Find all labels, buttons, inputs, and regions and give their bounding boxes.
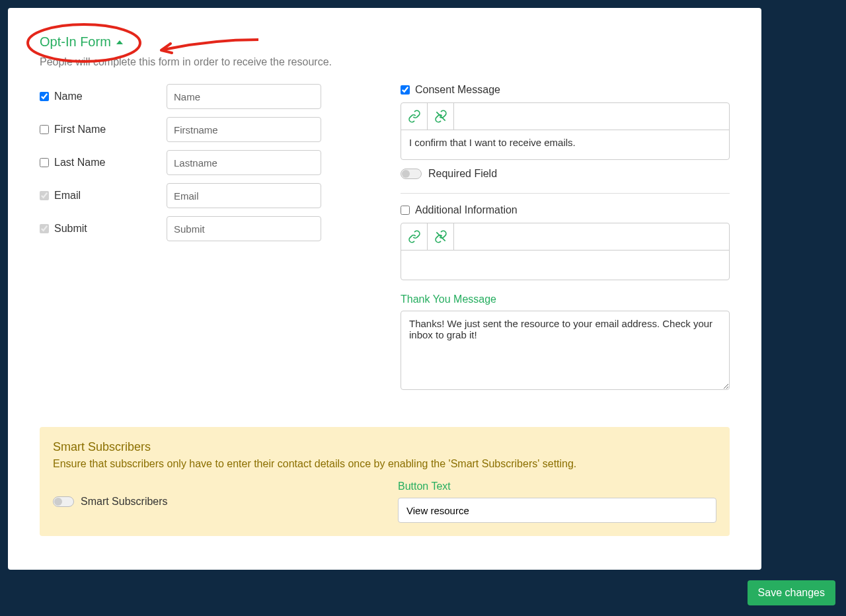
submit-label: Submit (54, 223, 87, 235)
link-icon[interactable] (401, 223, 428, 250)
email-checkbox (40, 191, 49, 200)
consent-checkbox[interactable] (401, 85, 410, 95)
required-label: Required Field (428, 168, 497, 180)
smart-toggle-label: Smart Subscribers (81, 496, 168, 508)
consent-label: Consent Message (415, 84, 500, 96)
email-label: Email (54, 190, 81, 202)
smart-description: Ensure that subscribers only have to ent… (53, 458, 716, 470)
link-icon[interactable] (401, 103, 428, 130)
field-row-lastname: Last Name (40, 150, 369, 175)
thankyou-textarea[interactable] (401, 311, 730, 390)
additional-block: Additional Information (401, 204, 730, 280)
firstname-input[interactable] (167, 117, 321, 142)
save-button[interactable]: Save changes (748, 580, 835, 605)
annotation-arrow (156, 37, 262, 57)
field-row-name: Name (40, 84, 369, 109)
button-text-label: Button Text (398, 481, 716, 492)
lastname-input[interactable] (167, 150, 321, 175)
consent-editor: I confirm that I want to receive emails. (401, 102, 730, 160)
settings-panel: Opt-In Form People will complete this fo… (8, 8, 761, 570)
thankyou-block: Thank You Message (401, 293, 730, 393)
section-description: People will complete this form in order … (40, 56, 730, 68)
submit-input[interactable] (167, 216, 321, 241)
divider (401, 193, 730, 194)
additional-label: Additional Information (415, 204, 518, 216)
smart-subscribers-box: Smart Subscribers Ensure that subscriber… (40, 427, 730, 536)
unlink-icon[interactable] (428, 223, 454, 250)
field-row-firstname: First Name (40, 117, 369, 142)
button-text-input[interactable] (398, 498, 716, 523)
name-input[interactable] (167, 84, 321, 109)
additional-checkbox[interactable] (401, 206, 410, 215)
required-toggle[interactable] (401, 169, 422, 179)
lastname-label: Last Name (54, 157, 105, 169)
chevron-up-icon (116, 40, 123, 44)
firstname-label: First Name (54, 124, 106, 135)
firstname-checkbox[interactable] (40, 125, 49, 134)
fields-column: Name First Name Last Name (40, 84, 369, 406)
consent-block: Consent Message I confirm that I want to… (401, 84, 730, 180)
additional-text[interactable] (401, 250, 729, 280)
name-label: Name (54, 91, 83, 102)
messages-column: Consent Message I confirm that I want to… (401, 84, 730, 406)
thankyou-label: Thank You Message (401, 293, 730, 305)
section-toggle[interactable]: Opt-In Form (40, 34, 123, 50)
section-title-text: Opt-In Form (40, 34, 111, 50)
additional-editor (401, 223, 730, 280)
smart-title: Smart Subscribers (53, 440, 716, 454)
section-header: Opt-In Form People will complete this fo… (40, 34, 730, 68)
smart-toggle[interactable] (53, 496, 74, 507)
email-input[interactable] (167, 183, 321, 208)
submit-checkbox (40, 224, 49, 233)
field-row-email: Email (40, 183, 369, 208)
field-row-submit: Submit (40, 216, 369, 241)
name-checkbox[interactable] (40, 92, 49, 101)
lastname-checkbox[interactable] (40, 158, 49, 167)
unlink-icon[interactable] (428, 103, 454, 130)
consent-text[interactable]: I confirm that I want to receive emails. (401, 130, 729, 159)
